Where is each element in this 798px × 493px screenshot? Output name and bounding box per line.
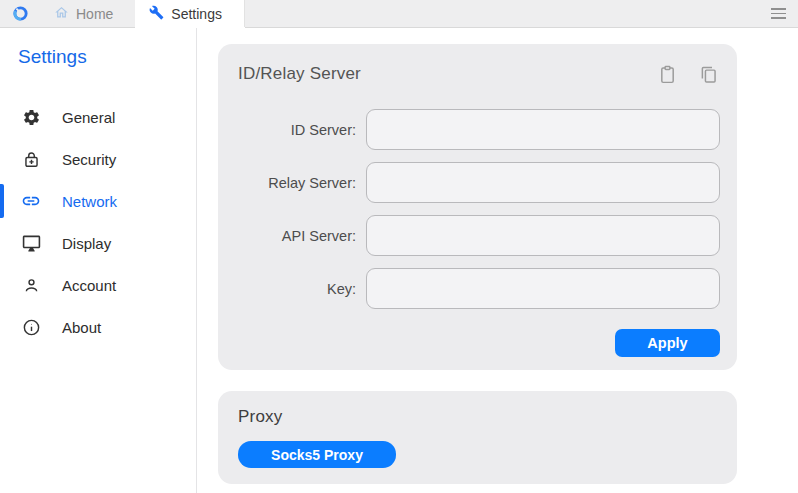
person-icon	[21, 275, 41, 295]
sidebar-item-label: General	[62, 109, 115, 126]
server-form: ID Server: Relay Server: API Server: Key…	[238, 109, 720, 309]
lock-plus-icon	[21, 149, 41, 169]
api-server-label: API Server:	[238, 228, 366, 244]
link-icon	[21, 191, 41, 211]
sidebar-item-label: Display	[62, 235, 111, 252]
id-server-label: ID Server:	[238, 122, 366, 138]
sidebar-title: Settings	[0, 38, 196, 68]
key-label: Key:	[238, 281, 366, 297]
wrench-icon	[149, 5, 164, 23]
sidebar-item-label: Account	[62, 277, 116, 294]
tab-home-label: Home	[76, 6, 113, 22]
tab-settings[interactable]: Settings	[135, 0, 245, 27]
form-row: ID Server:	[238, 109, 720, 150]
rustdesk-settings-window: Home Settings Settings	[0, 0, 798, 493]
form-row: API Server:	[238, 215, 720, 256]
relay-server-label: Relay Server:	[238, 175, 366, 191]
proxy-card-title: Proxy	[238, 407, 717, 427]
paste-button[interactable]	[655, 62, 679, 86]
sidebar-item-network[interactable]: Network	[0, 180, 196, 222]
sidebar-item-general[interactable]: General	[0, 96, 196, 138]
sidebar-item-label: Network	[62, 193, 117, 210]
gear-icon	[21, 107, 41, 127]
sidebar-item-about[interactable]: About	[0, 306, 196, 348]
home-icon	[54, 5, 69, 23]
hamburger-icon	[771, 8, 786, 19]
socks5-proxy-button[interactable]: Socks5 Proxy	[238, 441, 396, 468]
relay-server-input[interactable]	[366, 162, 720, 203]
proxy-card: Proxy Socks5 Proxy	[218, 391, 737, 484]
titlebar-spacer	[245, 0, 758, 27]
copy-icon	[698, 64, 719, 85]
settings-sidebar: Settings General	[0, 28, 197, 493]
tab-home[interactable]: Home	[40, 0, 135, 27]
info-icon	[21, 317, 41, 337]
api-server-input[interactable]	[366, 215, 720, 256]
id-server-input[interactable]	[366, 109, 720, 150]
hamburger-menu-button[interactable]	[758, 0, 798, 27]
titlebar: Home Settings	[0, 0, 798, 28]
tab-settings-label: Settings	[171, 6, 222, 22]
copy-button[interactable]	[696, 62, 720, 86]
form-row: Key:	[238, 268, 720, 309]
app-logo-icon	[0, 0, 40, 27]
network-settings-panel: ID/Relay Server	[197, 28, 798, 493]
key-input[interactable]	[366, 268, 720, 309]
sidebar-item-label: About	[62, 319, 101, 336]
sidebar-nav: General Security	[0, 96, 196, 348]
sidebar-item-label: Security	[62, 151, 116, 168]
paste-icon	[657, 64, 678, 85]
id-relay-server-card: ID/Relay Server	[218, 44, 737, 370]
form-row: Relay Server:	[238, 162, 720, 203]
monitor-icon	[21, 233, 41, 253]
sidebar-item-display[interactable]: Display	[0, 222, 196, 264]
sidebar-item-account[interactable]: Account	[0, 264, 196, 306]
card-title: ID/Relay Server	[238, 64, 361, 84]
sidebar-item-security[interactable]: Security	[0, 138, 196, 180]
apply-button[interactable]: Apply	[615, 329, 720, 357]
